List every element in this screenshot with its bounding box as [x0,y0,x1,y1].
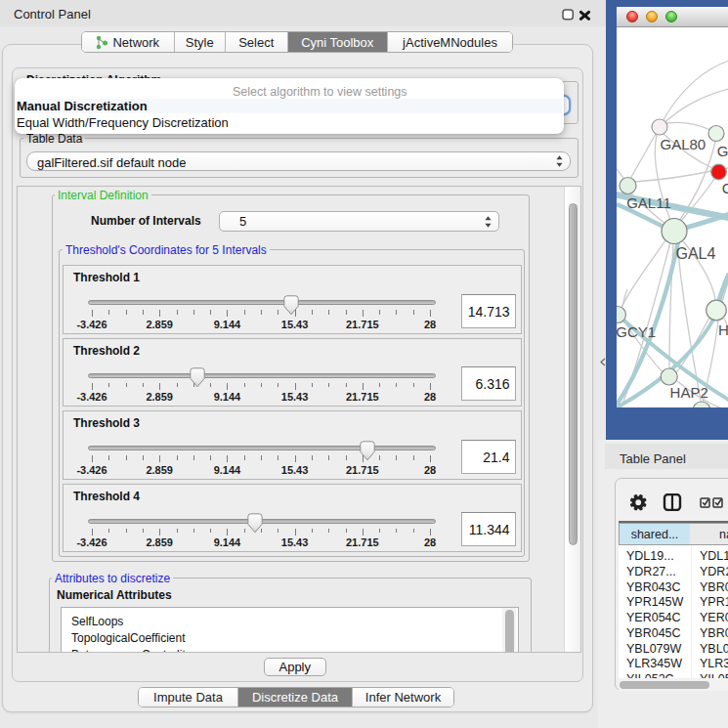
svg-text:GA: GA [717,143,728,159]
svg-text:GAL11: GAL11 [626,194,671,211]
svg-text:CY: CY [722,180,728,196]
svg-text:GCY1: GCY1 [617,323,656,340]
svg-text:HAP2: HAP2 [670,384,708,401]
svg-text:GAL4: GAL4 [676,245,716,262]
svg-text:HA: HA [718,321,728,338]
svg-text:GAL80: GAL80 [661,136,707,152]
